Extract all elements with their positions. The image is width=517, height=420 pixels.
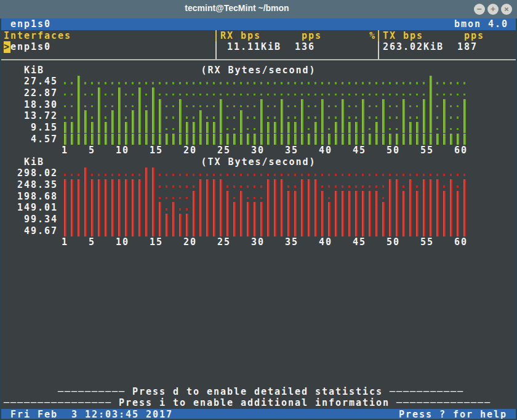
- tx-graph-cell: [231, 179, 238, 191]
- rx-graph-cell: [156, 87, 163, 99]
- tx-bar-segment: [78, 214, 80, 225]
- rx-bar-segment: [403, 122, 405, 134]
- tx-bar-segment: [145, 168, 148, 179]
- tx-dot: [369, 185, 371, 188]
- rx-bar-segment: [145, 110, 148, 122]
- tx-bar-segment: [450, 214, 452, 225]
- tx-graph-cell: [393, 225, 400, 237]
- tx-bar-segment: [274, 191, 276, 203]
- tx-bar-segment: [98, 191, 100, 203]
- rx-dot: [369, 116, 371, 119]
- column-separator: [378, 30, 379, 42]
- rx-bar-segment: [105, 134, 107, 145]
- tx-graph-cell: [82, 168, 89, 179]
- rx-dot: [179, 94, 181, 96]
- tx-graph-cell: [143, 225, 150, 237]
- tx-graph-cell: [217, 191, 224, 203]
- rx-graph-cell: [95, 76, 102, 87]
- rx-dot: [64, 116, 66, 119]
- tx-bar-segment: [287, 225, 290, 237]
- window-titlebar[interactable]: tecmint@TecMint ~/bmon − + ×: [0, 0, 517, 19]
- rx-dot: [375, 94, 377, 96]
- tx-graph-cell: [427, 214, 434, 225]
- rx-graph-cell: [183, 99, 190, 111]
- tx-graph-cell: [420, 225, 427, 237]
- rx-dot: [206, 116, 208, 119]
- tx-bar-segment: [287, 214, 290, 225]
- tx-bar-segment: [226, 202, 229, 214]
- rx-bar-segment: [321, 110, 324, 122]
- tx-graph-cell: [156, 214, 163, 225]
- tx-bar-segment: [84, 202, 87, 214]
- rx-graph-cell: [387, 122, 393, 134]
- rx-graph-cell: [258, 87, 265, 99]
- tx-dot: [450, 174, 452, 176]
- rx-dot: [287, 94, 289, 96]
- rx-dot: [105, 82, 106, 84]
- maximize-button[interactable]: +: [487, 4, 499, 15]
- tx-bar-segment: [389, 202, 391, 214]
- rx-graph-cell: [122, 76, 129, 87]
- rx-dot: [193, 116, 194, 119]
- rx-graph-cell: [197, 76, 204, 87]
- rx-dot: [457, 128, 459, 131]
- tx-graph-cell: [136, 179, 143, 191]
- tx-bar-segment: [260, 202, 263, 214]
- tx-graph-cell: [75, 191, 82, 203]
- rx-graph-cell: [393, 76, 400, 87]
- tx-graph-cell: [359, 168, 366, 179]
- rx-bar-segment: [294, 134, 297, 145]
- tx-graph-cell: [332, 225, 339, 237]
- tx-graph-cell: [150, 202, 156, 214]
- rx-bar-segment: [98, 110, 100, 122]
- rx-graph-cell: [366, 87, 373, 99]
- minimize-button[interactable]: −: [474, 4, 485, 15]
- tx-bar-segment: [206, 179, 209, 191]
- tx-bar-segment: [193, 214, 195, 225]
- tx-bar-segment: [226, 191, 229, 203]
- rx-dot: [308, 116, 310, 119]
- tx-graph-cell: [346, 168, 353, 179]
- rx-dot: [254, 128, 255, 131]
- rx-graph-cell: [332, 87, 339, 99]
- tx-graph-cell: [400, 179, 407, 191]
- rx-graph-cell: [183, 122, 190, 134]
- rx-graph-cell: [312, 87, 319, 99]
- rx-graph-cell: [461, 122, 468, 134]
- tx-graph-cell: [292, 202, 299, 214]
- rx-y-tick: 9.15: [4, 122, 58, 134]
- tx-bar-segment: [342, 225, 344, 237]
- tx-dot: [342, 174, 343, 176]
- tx-graph-cell: [129, 191, 136, 203]
- tx-bar-segment: [315, 214, 317, 225]
- tx-graph-cell: [353, 202, 359, 214]
- tx-bar-segment: [430, 225, 432, 237]
- tx-bar-segment: [389, 225, 391, 237]
- rx-bar-segment: [260, 122, 263, 134]
- rx-graph-cell: [373, 76, 380, 87]
- rx-graph-cell: [414, 87, 420, 99]
- rx-bar-segment: [430, 110, 432, 122]
- bmon-version: bmon 4.0: [454, 18, 508, 30]
- rx-dot: [166, 105, 167, 108]
- rx-dot: [186, 94, 188, 96]
- rx-graph-cell: [217, 122, 224, 134]
- tx-graph-cell: [163, 202, 170, 214]
- tx-graph-cell: [231, 191, 238, 203]
- rx-graph-cell: [407, 99, 414, 111]
- rx-graph-cell: [163, 87, 170, 99]
- terminal-screen[interactable]: enp1s0 bmon 4.0 Interfaces RX bps pps % …: [1, 18, 516, 419]
- rx-dot: [111, 94, 113, 96]
- interface-row[interactable]: > enp1s0 11.11KiB 136 263.02KiB 187: [1, 41, 516, 53]
- tx-graph-cell: [359, 179, 366, 191]
- tx-graph-cell: [190, 191, 197, 203]
- tx-bar-segment: [199, 202, 202, 214]
- tx-bar-segment: [287, 191, 290, 203]
- tx-bar-segment: [315, 191, 317, 203]
- tx-graph-cell: [204, 179, 210, 191]
- close-button[interactable]: ×: [501, 4, 512, 15]
- tx-graph-cell: [271, 168, 278, 179]
- rx-dot: [226, 105, 228, 108]
- tx-graph-cell: [95, 214, 102, 225]
- rx-bar-segment: [84, 110, 87, 122]
